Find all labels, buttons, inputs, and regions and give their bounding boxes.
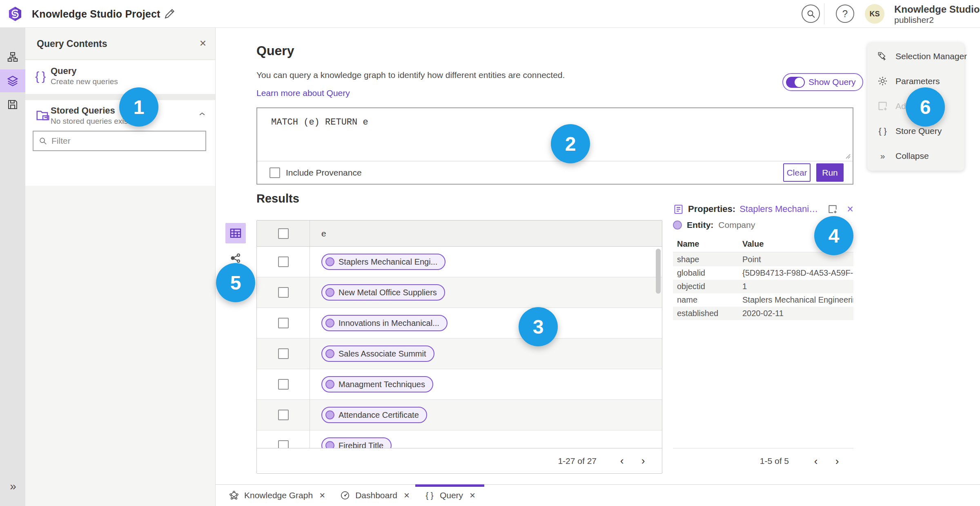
- entity-chip[interactable]: Innovations in Mechanical...: [321, 315, 448, 331]
- show-query-label: Show Query: [808, 77, 856, 87]
- chevron-left-icon[interactable]: ‹: [611, 455, 633, 467]
- chevron-left-icon[interactable]: ‹: [805, 455, 826, 468]
- double-chevron-icon: »: [10, 480, 16, 493]
- app-logo-icon[interactable]: [7, 6, 23, 22]
- properties-entity-link[interactable]: Staplers Mechanic...: [739, 204, 819, 214]
- close-icon[interactable]: ×: [319, 490, 325, 501]
- query-box-footer: Include Provenance Clear Run: [257, 161, 853, 184]
- edit-title-pencil-icon[interactable]: [163, 8, 176, 20]
- query-item[interactable]: { } Query Create new queries: [25, 60, 215, 94]
- menu-item[interactable]: Selection Manager: [867, 44, 964, 69]
- row-checkbox[interactable]: [278, 318, 289, 328]
- table-row: Sales Associate Summit: [257, 339, 662, 369]
- chevron-up-icon[interactable]: [198, 110, 206, 118]
- callout-badge-4: 4: [814, 216, 853, 255]
- close-icon[interactable]: ×: [200, 37, 206, 50]
- callout-badge-2: 2: [551, 124, 590, 163]
- help-button[interactable]: ?: [836, 4, 854, 23]
- filter-input[interactable]: [51, 136, 200, 146]
- expand-rail-button[interactable]: »: [0, 475, 25, 498]
- table-row: New Metal Office Suppliers: [257, 277, 662, 308]
- user-block[interactable]: Knowledge Studio publisher2: [894, 4, 980, 25]
- clear-button[interactable]: Clear: [783, 163, 811, 182]
- value-column-header: Value: [742, 239, 764, 252]
- table-row: Managment Techniques: [257, 369, 662, 400]
- entity-dot-icon: [325, 288, 334, 297]
- row-entity-cell: New Metal Office Suppliers: [310, 277, 662, 308]
- column-header-e[interactable]: e: [310, 221, 662, 246]
- search-icon: [38, 136, 47, 145]
- double-chevron-icon: »: [877, 150, 888, 161]
- row-checkbox[interactable]: [278, 287, 289, 298]
- entity-dot-icon: [325, 257, 334, 266]
- entity-chip[interactable]: Staplers Mechanical Engi...: [321, 254, 445, 270]
- include-provenance-checkbox[interactable]: [270, 167, 280, 178]
- user-avatar[interactable]: KS: [865, 4, 884, 24]
- row-checkbox[interactable]: [278, 410, 289, 420]
- entity-chip[interactable]: Attendance Certificate: [321, 407, 427, 423]
- entity-chip[interactable]: Firebird Title: [321, 437, 392, 449]
- entity-chip-label: Sales Associate Summit: [339, 349, 426, 359]
- row-checkbox[interactable]: [278, 440, 289, 449]
- property-row: established 2020-02-11: [673, 307, 853, 320]
- menu-item-label: Collapse: [895, 151, 929, 161]
- property-row: objectid 1: [673, 280, 853, 293]
- table-row: Attendance Certificate: [257, 400, 662, 430]
- entity-dot-icon: [673, 221, 682, 230]
- entity-chip[interactable]: Sales Associate Summit: [321, 346, 434, 362]
- entity-line: Entity: Company: [673, 220, 755, 230]
- row-checkbox[interactable]: [278, 379, 289, 390]
- filter-box: [33, 131, 206, 151]
- table-row: Staplers Mechanical Engi...: [257, 247, 662, 277]
- entity-chip-label: Managment Techniques: [339, 380, 425, 389]
- row-checkbox-cell: [257, 247, 310, 277]
- properties-doc-icon: [673, 204, 684, 215]
- row-checkbox[interactable]: [278, 256, 289, 267]
- learn-more-link[interactable]: Learn more about Query: [256, 88, 350, 98]
- row-entity-cell: Sales Associate Summit: [310, 339, 662, 369]
- stored-queries-folder-icon: [35, 107, 51, 125]
- menu-item[interactable]: » Collapse: [867, 143, 964, 168]
- add-window-icon: [877, 100, 888, 111]
- entity-chip-label: Attendance Certificate: [339, 410, 419, 420]
- entity-chip[interactable]: New Metal Office Suppliers: [321, 284, 445, 301]
- resize-grip-icon[interactable]: [844, 152, 851, 159]
- search-icon: [806, 9, 816, 19]
- sitemap-rail-button[interactable]: [0, 46, 25, 69]
- add-window-icon[interactable]: [827, 204, 838, 214]
- chevron-right-icon[interactable]: ›: [633, 455, 654, 467]
- save-rail-button[interactable]: [0, 93, 25, 116]
- topbar-divider: [824, 3, 824, 25]
- knowledge-graph-icon: [229, 490, 239, 501]
- bottom-tab[interactable]: Dashboard ×: [332, 485, 417, 506]
- show-query-toggle[interactable]: Show Query: [782, 73, 863, 91]
- property-row: globalid {5D9B4713-F98D-4A53-A59F-C11...: [673, 266, 853, 280]
- run-button[interactable]: Run: [816, 163, 844, 182]
- entity-type-value: Company: [718, 220, 755, 230]
- contents-rail-button-active[interactable]: [0, 69, 25, 92]
- table-view-button-active[interactable]: [225, 223, 246, 243]
- entity-dot-icon: [325, 410, 334, 419]
- toggle-switch-icon[interactable]: [786, 77, 805, 88]
- entity-chip[interactable]: Managment Techniques: [321, 376, 433, 392]
- row-checkbox[interactable]: [278, 348, 289, 359]
- row-entity-cell: Managment Techniques: [310, 369, 662, 399]
- property-row: name Staplers Mechanical Engineering: [673, 293, 853, 307]
- close-icon[interactable]: ×: [404, 490, 410, 501]
- scrollbar-thumb[interactable]: [656, 249, 661, 294]
- close-icon[interactable]: ×: [847, 204, 853, 215]
- close-icon[interactable]: ×: [470, 490, 475, 501]
- query-item-sublabel: Create new queries: [51, 77, 118, 86]
- property-value: 2020-02-11: [742, 309, 853, 318]
- select-all-checkbox[interactable]: [278, 228, 289, 239]
- project-title: Knowledge Studio Project: [32, 8, 160, 20]
- table-row: Innovations in Mechanical...: [257, 308, 662, 339]
- panel-title: Query Contents: [37, 38, 107, 49]
- gear-icon: [877, 76, 888, 87]
- property-name: name: [673, 295, 742, 305]
- bottom-tab[interactable]: Knowledge Graph ×: [221, 485, 332, 506]
- bottom-tab[interactable]: { } Query ×: [417, 485, 483, 506]
- chevron-right-icon[interactable]: ›: [826, 455, 848, 468]
- property-value: Staplers Mechanical Engineering: [742, 295, 853, 305]
- search-button[interactable]: [802, 4, 820, 23]
